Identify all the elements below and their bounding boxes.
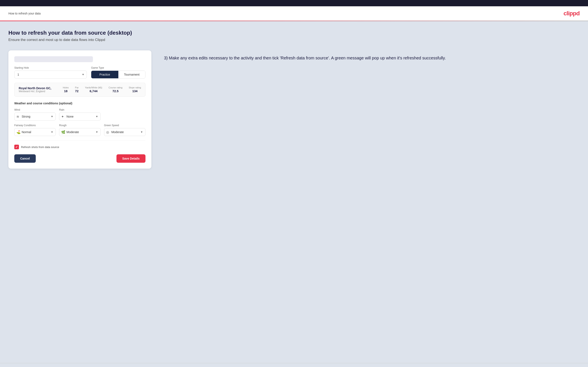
top-bar bbox=[0, 0, 588, 6]
starting-hole-group: Starting Hole 1 ▼ bbox=[14, 66, 87, 79]
practice-button[interactable]: Practice bbox=[91, 71, 118, 78]
fairway-group: Fairway Conditions ⛳ Normal ▼ bbox=[14, 124, 56, 136]
logo: clippd bbox=[564, 10, 579, 17]
game-type-group: Game Type Practice Tournament bbox=[91, 66, 146, 79]
cancel-button[interactable]: Cancel bbox=[14, 154, 36, 163]
course-rating-value: 72.5 bbox=[112, 89, 119, 93]
refresh-label: Refresh shots from data source bbox=[21, 145, 59, 149]
rain-select[interactable]: None bbox=[59, 113, 101, 121]
fairway-rough-green-row: Fairway Conditions ⛳ Normal ▼ Rough 🌿 bbox=[14, 124, 146, 136]
green-speed-icon: ◎ bbox=[106, 130, 109, 134]
slope-rating-stat: Slope rating 134 bbox=[129, 86, 141, 93]
game-type-toggle: Practice Tournament bbox=[91, 71, 146, 79]
rain-icon: ✦ bbox=[61, 115, 64, 119]
form-card: Starting Hole 1 ▼ Game Type Practice Tou… bbox=[9, 50, 151, 169]
rough-icon: 🌿 bbox=[61, 130, 65, 134]
yards-value: 6,744 bbox=[90, 89, 97, 93]
card-top-strip bbox=[14, 56, 93, 62]
rain-label: Rain bbox=[59, 108, 101, 111]
header-title: How to refresh your data bbox=[9, 12, 41, 15]
green-speed-group: Green Speed ◎ Moderate ▼ bbox=[104, 124, 146, 136]
green-speed-label: Green Speed bbox=[104, 124, 146, 127]
checkmark-icon: ✓ bbox=[15, 145, 18, 149]
content-layout: Starting Hole 1 ▼ Game Type Practice Tou… bbox=[9, 50, 579, 169]
rain-select-wrapper: ✦ None ▼ bbox=[59, 113, 101, 121]
par-stat: Par 72 bbox=[75, 86, 79, 93]
rough-label: Rough bbox=[59, 124, 101, 127]
side-description: 3) Make any extra edits necessary to the… bbox=[164, 50, 579, 61]
main-content: How to refresh your data from source (de… bbox=[0, 21, 588, 363]
page-subheading: Ensure the correct and most up to date d… bbox=[9, 38, 579, 42]
starting-hole-wrapper: 1 ▼ bbox=[14, 71, 87, 79]
course-rating-stat: Course rating 72.5 bbox=[108, 86, 122, 93]
course-info-layout: Royal North Devon GC, Westward Ho!, Engl… bbox=[19, 86, 141, 93]
course-location: Westward Ho!, England bbox=[19, 90, 57, 93]
rain-group: Rain ✦ None ▼ bbox=[59, 108, 101, 121]
starting-hole-label: Starting Hole bbox=[14, 66, 87, 69]
rough-group: Rough 🌿 Moderate ▼ bbox=[59, 124, 101, 136]
footer: Copyright Clippd 2022 bbox=[0, 363, 588, 367]
conditions-section-title: Weather and course conditions (optional) bbox=[14, 102, 146, 105]
slope-rating-value: 134 bbox=[132, 89, 138, 93]
tournament-button[interactable]: Tournament bbox=[118, 71, 145, 78]
rough-select-wrapper: 🌿 Moderate ▼ bbox=[59, 128, 101, 136]
save-button[interactable]: Save Details bbox=[116, 154, 146, 163]
refresh-checkbox-row: ✓ Refresh shots from data source bbox=[14, 145, 146, 149]
course-name: Royal North Devon GC, bbox=[19, 86, 57, 90]
fairway-select-wrapper: ⛳ Normal ▼ bbox=[14, 128, 56, 136]
wind-select-wrapper: ≋ Strong ▼ bbox=[14, 113, 56, 121]
header: How to refresh your data clippd bbox=[0, 6, 588, 21]
refresh-checkbox[interactable]: ✓ bbox=[14, 145, 19, 149]
course-name-section: Royal North Devon GC, Westward Ho!, Engl… bbox=[19, 86, 57, 93]
wind-select[interactable]: Strong bbox=[14, 113, 56, 121]
button-row: Cancel Save Details bbox=[14, 154, 146, 163]
form-divider bbox=[14, 140, 146, 141]
course-info-box: Royal North Devon GC, Westward Ho!, Engl… bbox=[14, 83, 146, 97]
starting-hole-select[interactable]: 1 bbox=[14, 71, 87, 79]
fairway-label: Fairway Conditions bbox=[14, 124, 56, 127]
fairway-icon: ⛳ bbox=[16, 130, 21, 134]
holes-value: 18 bbox=[64, 89, 68, 93]
wind-rain-row: Wind ≋ Strong ▼ Rain ✦ None bbox=[14, 108, 146, 121]
starting-hole-game-type-row: Starting Hole 1 ▼ Game Type Practice Tou… bbox=[14, 66, 146, 79]
holes-stat: Holes 18 bbox=[63, 86, 69, 93]
page-heading: How to refresh your data from source (de… bbox=[9, 30, 579, 36]
par-value: 72 bbox=[75, 89, 79, 93]
course-rating-label: Course rating bbox=[108, 86, 122, 89]
green-speed-select[interactable]: Moderate bbox=[104, 128, 146, 136]
holes-label: Holes bbox=[63, 86, 69, 89]
par-label: Par bbox=[75, 86, 79, 89]
yards-stat: Yards/White (M)) 6,744 bbox=[85, 86, 102, 93]
slope-rating-label: Slope rating bbox=[129, 86, 141, 89]
wind-label: Wind bbox=[14, 108, 56, 111]
green-speed-select-wrapper: ◎ Moderate ▼ bbox=[104, 128, 146, 136]
wind-icon: ≋ bbox=[16, 115, 19, 119]
side-description-text: 3) Make any extra edits necessary to the… bbox=[164, 55, 579, 61]
yards-label: Yards/White (M)) bbox=[85, 86, 102, 89]
game-type-label: Game Type bbox=[91, 66, 146, 69]
wind-group: Wind ≋ Strong ▼ bbox=[14, 108, 56, 121]
